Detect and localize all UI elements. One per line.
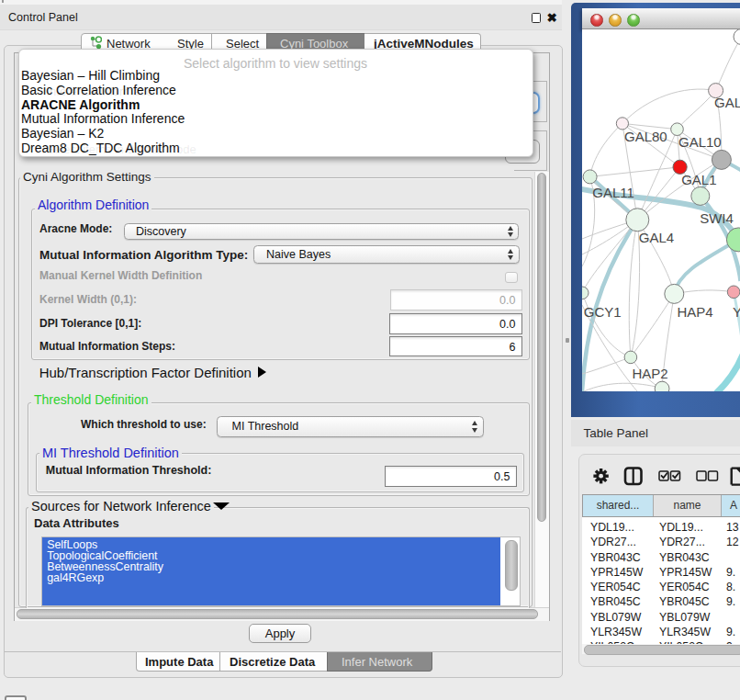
svg-text:GAL80: GAL80 bbox=[624, 129, 667, 144]
svg-text:HAP2: HAP2 bbox=[632, 366, 667, 381]
svg-text:GAL1: GAL1 bbox=[681, 172, 716, 187]
svg-text:GAL4: GAL4 bbox=[638, 229, 673, 244]
svg-text:HAP4: HAP4 bbox=[677, 304, 712, 320]
svg-text:GAL7: GAL7 bbox=[714, 95, 740, 110]
svg-text:GAL10: GAL10 bbox=[678, 134, 722, 150]
svg-text:GCY1: GCY1 bbox=[583, 304, 621, 320]
svg-text:GAL11: GAL11 bbox=[592, 184, 634, 199]
svg-text:SWI4: SWI4 bbox=[700, 209, 734, 225]
svg-text:Y: Y bbox=[733, 304, 740, 320]
